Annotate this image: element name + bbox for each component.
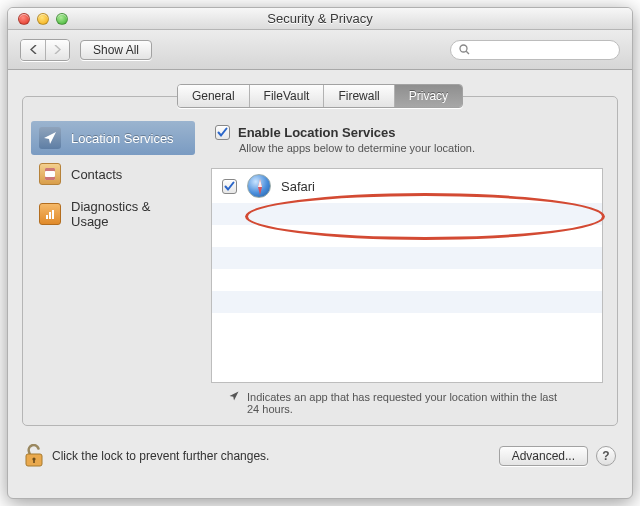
svg-point-0 (460, 45, 467, 52)
safari-icon (247, 174, 271, 198)
titlebar[interactable]: Security & Privacy (8, 8, 632, 30)
enable-location-checkbox[interactable] (215, 125, 230, 140)
enable-location-label: Enable Location Services (238, 125, 396, 140)
check-icon (217, 127, 228, 138)
location-indicator-hint: Indicates an app that has requested your… (211, 383, 603, 415)
list-stripe (212, 291, 602, 313)
enable-location-desc: Allow the apps below to determine your l… (239, 142, 599, 154)
diagnostics-icon (39, 203, 61, 225)
footer: Click the lock to prevent further change… (22, 444, 618, 468)
tab-pane: Location Services Contacts Diagnostics &… (22, 96, 618, 426)
window-controls (8, 13, 68, 25)
svg-rect-2 (46, 215, 48, 219)
forward-button[interactable] (45, 40, 69, 60)
tab-filevault[interactable]: FileVault (249, 85, 324, 107)
unlock-icon (24, 444, 46, 468)
sidebar-item-diagnostics[interactable]: Diagnostics & Usage (31, 193, 195, 235)
location-arrow-icon (229, 391, 239, 401)
location-icon (39, 127, 61, 149)
lock-text: Click the lock to prevent further change… (52, 449, 269, 463)
list-stripe (212, 225, 602, 247)
lock-control[interactable]: Click the lock to prevent further change… (24, 444, 269, 468)
tab-general[interactable]: General (178, 85, 249, 107)
close-window-button[interactable] (18, 13, 30, 25)
toolbar: Show All (8, 30, 632, 70)
svg-rect-7 (33, 459, 35, 463)
search-field[interactable] (450, 40, 620, 60)
contacts-icon (39, 163, 61, 185)
search-icon (459, 44, 470, 55)
search-input[interactable] (474, 43, 611, 57)
sidebar-item-label: Diagnostics & Usage (71, 199, 187, 229)
preferences-window: Security & Privacy Show All General File… (7, 7, 633, 499)
tab-privacy[interactable]: Privacy (394, 85, 462, 107)
advanced-button[interactable]: Advanced... (499, 446, 588, 466)
list-stripe (212, 269, 602, 291)
app-name: Safari (281, 179, 315, 194)
list-stripe (212, 313, 602, 335)
show-all-button[interactable]: Show All (80, 40, 152, 60)
privacy-sidebar: Location Services Contacts Diagnostics &… (23, 115, 203, 425)
chevron-right-icon (54, 45, 61, 54)
svg-rect-4 (52, 210, 54, 219)
nav-buttons (20, 39, 70, 61)
enable-location-row: Enable Location Services Allow the apps … (211, 121, 603, 160)
privacy-main: Enable Location Services Allow the apps … (203, 115, 617, 425)
apps-list[interactable]: Safari (211, 168, 603, 383)
tab-firewall[interactable]: Firewall (323, 85, 393, 107)
zoom-window-button[interactable] (56, 13, 68, 25)
window-title: Security & Privacy (8, 11, 632, 26)
help-icon: ? (602, 449, 609, 463)
app-row-safari[interactable]: Safari (212, 169, 602, 203)
sidebar-item-label: Contacts (71, 167, 122, 182)
help-button[interactable]: ? (596, 446, 616, 466)
sidebar-item-location[interactable]: Location Services (31, 121, 195, 155)
chevron-left-icon (30, 45, 37, 54)
back-button[interactable] (21, 40, 45, 60)
list-stripe (212, 247, 602, 269)
list-stripe (212, 203, 602, 225)
app-checkbox[interactable] (222, 179, 237, 194)
svg-line-1 (466, 51, 469, 54)
content-area: General FileVault Firewall Privacy Locat… (22, 84, 618, 478)
svg-rect-3 (49, 212, 51, 219)
check-icon (224, 181, 235, 192)
minimize-window-button[interactable] (37, 13, 49, 25)
sidebar-item-label: Location Services (71, 131, 174, 146)
sidebar-item-contacts[interactable]: Contacts (31, 157, 195, 191)
tab-bar: General FileVault Firewall Privacy (22, 84, 618, 108)
